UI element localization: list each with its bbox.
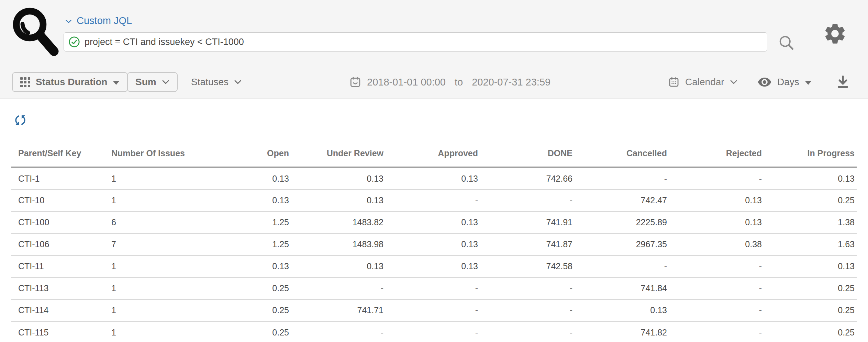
search-icon <box>777 34 795 52</box>
cell-rejected: 0.13 <box>667 212 762 233</box>
aggregation-dropdown[interactable]: Sum <box>127 72 178 92</box>
search-button[interactable] <box>777 34 795 52</box>
cell-number_of_issues: 1 <box>103 321 189 342</box>
cell-approved: - <box>383 321 478 342</box>
cell-cancelled: 742.47 <box>572 190 667 212</box>
table-row: CTI-11310.25---741.84-0.25 <box>11 277 857 299</box>
chevron-down-icon <box>234 80 242 84</box>
column-header-under_review: Under Review <box>289 142 383 168</box>
calendar-grid-icon <box>668 76 680 88</box>
query-strip: Custom JQL Status Duration <box>0 0 868 99</box>
column-header-parent_self_key: Parent/Self Key <box>11 142 103 168</box>
cell-approved: - <box>383 299 478 321</box>
cell-approved: - <box>383 190 478 212</box>
cell-done: 741.87 <box>478 233 572 255</box>
column-header-in_progress: In Progress <box>762 142 857 168</box>
cell-cancelled: 2967.35 <box>572 233 667 255</box>
cell-rejected: 0.13 <box>667 190 762 212</box>
column-header-approved: Approved <box>383 142 478 168</box>
date-to: 2020-07-31 23:59 <box>472 77 550 88</box>
column-header-cancelled: Cancelled <box>572 142 667 168</box>
column-header-open: Open <box>189 142 289 168</box>
cell-approved: 0.13 <box>383 168 478 190</box>
cell-in_progress: 0.25 <box>762 277 857 299</box>
cell-under_review: - <box>289 321 383 342</box>
cell-parent_self_key: CTI-115 <box>11 321 103 342</box>
cell-rejected: - <box>667 321 762 342</box>
table-row: CTI-11510.25---741.82-0.25 <box>11 321 857 342</box>
cell-approved: - <box>383 277 478 299</box>
export-button[interactable] <box>835 73 851 91</box>
cell-parent_self_key: CTI-106 <box>11 233 103 255</box>
cell-under_review: 1483.82 <box>289 212 383 233</box>
caret-down-icon <box>805 81 812 85</box>
cell-in_progress: 1.38 <box>762 212 857 233</box>
table-row: CTI-1010.130.13--742.470.130.25 <box>11 190 857 212</box>
calendar-dropdown[interactable]: Calendar <box>668 72 737 92</box>
table-row: CTI-1110.130.130.13742.58--0.13 <box>11 255 857 277</box>
cell-cancelled: - <box>572 168 667 190</box>
date-from: 2018-01-01 00:00 <box>367 77 446 88</box>
cell-approved: 0.13 <box>383 233 478 255</box>
date-range-picker[interactable]: 2018-01-01 00:00 to 2020-07-31 23:59 <box>349 72 550 92</box>
cell-number_of_issues: 1 <box>103 255 189 277</box>
cell-under_review: - <box>289 277 383 299</box>
cell-number_of_issues: 1 <box>103 190 189 212</box>
cell-under_review: 0.13 <box>289 255 383 277</box>
cell-done: - <box>478 277 572 299</box>
cell-number_of_issues: 7 <box>103 233 189 255</box>
refresh-button[interactable] <box>12 113 28 128</box>
table-row: CTI-10671.251483.980.13741.872967.350.38… <box>11 233 857 255</box>
magnifier-logo-icon <box>10 5 61 57</box>
cell-cancelled: 741.84 <box>572 277 667 299</box>
cell-in_progress: 0.13 <box>762 168 857 190</box>
custom-jql-toggle[interactable]: Custom JQL <box>65 15 132 26</box>
settings-button[interactable] <box>823 21 847 46</box>
column-header-number_of_issues: Number Of Issues <box>103 142 189 168</box>
table-header-row: Parent/Self KeyNumber Of IssuesOpenUnder… <box>11 142 857 168</box>
cell-in_progress: 1.63 <box>762 233 857 255</box>
cell-cancelled: 2225.89 <box>572 212 667 233</box>
cell-open: 0.13 <box>189 168 289 190</box>
unit-dropdown[interactable]: Days <box>757 72 812 92</box>
statuses-label: Statuses <box>191 77 229 88</box>
cell-cancelled: 741.82 <box>572 321 667 342</box>
eye-icon <box>757 75 772 89</box>
cell-open: 0.25 <box>189 321 289 342</box>
cell-done: - <box>478 299 572 321</box>
cell-rejected: - <box>667 299 762 321</box>
statuses-dropdown[interactable]: Statuses <box>191 72 242 92</box>
chevron-down-icon <box>65 19 72 24</box>
report-type-label: Status Duration <box>36 77 107 88</box>
table-row: CTI-11410.25741.71--0.13-0.25 <box>11 299 857 321</box>
cell-in_progress: 0.25 <box>762 321 857 342</box>
report-type-dropdown[interactable]: Status Duration <box>12 72 128 92</box>
cell-in_progress: 0.25 <box>762 299 857 321</box>
calendar-icon <box>349 76 361 88</box>
cell-done: 741.91 <box>478 212 572 233</box>
jql-input[interactable] <box>64 32 767 52</box>
cell-done: 742.66 <box>478 168 572 190</box>
cell-cancelled: - <box>572 255 667 277</box>
cell-rejected: 0.38 <box>667 233 762 255</box>
cell-under_review: 1483.98 <box>289 233 383 255</box>
cell-done: - <box>478 190 572 212</box>
cell-done: - <box>478 321 572 342</box>
cell-rejected: - <box>667 168 762 190</box>
cell-cancelled: 0.13 <box>572 299 667 321</box>
date-to-word: to <box>455 77 463 88</box>
cell-number_of_issues: 1 <box>103 168 189 190</box>
grid-icon <box>20 77 30 87</box>
cell-open: 1.25 <box>189 212 289 233</box>
custom-jql-label: Custom JQL <box>77 15 132 26</box>
jql-valid-check-icon <box>68 36 80 48</box>
calendar-label: Calendar <box>685 77 724 88</box>
cell-under_review: 0.13 <box>289 190 383 212</box>
cell-open: 1.25 <box>189 233 289 255</box>
cell-parent_self_key: CTI-11 <box>11 255 103 277</box>
cell-number_of_issues: 1 <box>103 277 189 299</box>
cell-parent_self_key: CTI-100 <box>11 212 103 233</box>
cell-open: 0.25 <box>189 299 289 321</box>
app-window: Custom JQL Status Duration <box>0 0 868 342</box>
table-body: CTI-110.130.130.13742.66--0.13CTI-1010.1… <box>11 168 857 342</box>
